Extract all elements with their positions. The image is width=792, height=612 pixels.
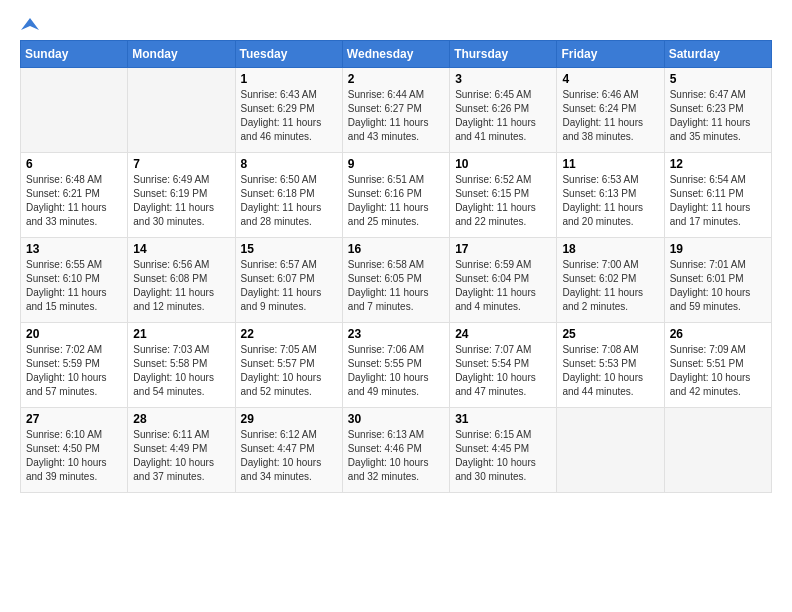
day-number: 12 <box>670 157 766 171</box>
header-sunday: Sunday <box>21 41 128 68</box>
day-number: 1 <box>241 72 337 86</box>
day-info: Sunrise: 6:53 AMSunset: 6:13 PMDaylight:… <box>562 173 658 229</box>
day-number: 7 <box>133 157 229 171</box>
day-info: Sunrise: 6:52 AMSunset: 6:15 PMDaylight:… <box>455 173 551 229</box>
day-number: 26 <box>670 327 766 341</box>
logo-bird-icon <box>21 16 39 34</box>
page-header <box>20 20 772 30</box>
day-info: Sunrise: 6:55 AMSunset: 6:10 PMDaylight:… <box>26 258 122 314</box>
day-info: Sunrise: 6:47 AMSunset: 6:23 PMDaylight:… <box>670 88 766 144</box>
day-info: Sunrise: 6:44 AMSunset: 6:27 PMDaylight:… <box>348 88 444 144</box>
day-number: 17 <box>455 242 551 256</box>
calendar-cell: 22Sunrise: 7:05 AMSunset: 5:57 PMDayligh… <box>235 323 342 408</box>
calendar-week-row: 6Sunrise: 6:48 AMSunset: 6:21 PMDaylight… <box>21 153 772 238</box>
day-number: 3 <box>455 72 551 86</box>
header-saturday: Saturday <box>664 41 771 68</box>
header-tuesday: Tuesday <box>235 41 342 68</box>
day-number: 21 <box>133 327 229 341</box>
calendar-cell: 15Sunrise: 6:57 AMSunset: 6:07 PMDayligh… <box>235 238 342 323</box>
day-number: 2 <box>348 72 444 86</box>
day-number: 28 <box>133 412 229 426</box>
day-number: 19 <box>670 242 766 256</box>
day-number: 11 <box>562 157 658 171</box>
header-wednesday: Wednesday <box>342 41 449 68</box>
day-info: Sunrise: 6:15 AMSunset: 4:45 PMDaylight:… <box>455 428 551 484</box>
day-number: 23 <box>348 327 444 341</box>
day-number: 14 <box>133 242 229 256</box>
calendar-cell: 20Sunrise: 7:02 AMSunset: 5:59 PMDayligh… <box>21 323 128 408</box>
calendar-cell: 14Sunrise: 6:56 AMSunset: 6:08 PMDayligh… <box>128 238 235 323</box>
day-number: 10 <box>455 157 551 171</box>
day-info: Sunrise: 6:10 AMSunset: 4:50 PMDaylight:… <box>26 428 122 484</box>
calendar-cell: 7Sunrise: 6:49 AMSunset: 6:19 PMDaylight… <box>128 153 235 238</box>
day-number: 29 <box>241 412 337 426</box>
day-info: Sunrise: 7:06 AMSunset: 5:55 PMDaylight:… <box>348 343 444 399</box>
day-info: Sunrise: 6:11 AMSunset: 4:49 PMDaylight:… <box>133 428 229 484</box>
day-number: 6 <box>26 157 122 171</box>
day-number: 20 <box>26 327 122 341</box>
day-number: 18 <box>562 242 658 256</box>
calendar-table: SundayMondayTuesdayWednesdayThursdayFrid… <box>20 40 772 493</box>
day-info: Sunrise: 7:05 AMSunset: 5:57 PMDaylight:… <box>241 343 337 399</box>
day-info: Sunrise: 6:58 AMSunset: 6:05 PMDaylight:… <box>348 258 444 314</box>
day-info: Sunrise: 6:59 AMSunset: 6:04 PMDaylight:… <box>455 258 551 314</box>
calendar-cell: 11Sunrise: 6:53 AMSunset: 6:13 PMDayligh… <box>557 153 664 238</box>
day-number: 9 <box>348 157 444 171</box>
calendar-cell: 4Sunrise: 6:46 AMSunset: 6:24 PMDaylight… <box>557 68 664 153</box>
day-info: Sunrise: 7:03 AMSunset: 5:58 PMDaylight:… <box>133 343 229 399</box>
calendar-header-row: SundayMondayTuesdayWednesdayThursdayFrid… <box>21 41 772 68</box>
calendar-cell: 21Sunrise: 7:03 AMSunset: 5:58 PMDayligh… <box>128 323 235 408</box>
day-number: 24 <box>455 327 551 341</box>
calendar-cell: 1Sunrise: 6:43 AMSunset: 6:29 PMDaylight… <box>235 68 342 153</box>
calendar-cell: 27Sunrise: 6:10 AMSunset: 4:50 PMDayligh… <box>21 408 128 493</box>
calendar-cell: 3Sunrise: 6:45 AMSunset: 6:26 PMDaylight… <box>450 68 557 153</box>
logo <box>20 20 39 30</box>
day-info: Sunrise: 7:02 AMSunset: 5:59 PMDaylight:… <box>26 343 122 399</box>
calendar-cell: 28Sunrise: 6:11 AMSunset: 4:49 PMDayligh… <box>128 408 235 493</box>
day-info: Sunrise: 7:01 AMSunset: 6:01 PMDaylight:… <box>670 258 766 314</box>
header-thursday: Thursday <box>450 41 557 68</box>
svg-marker-0 <box>21 18 39 30</box>
day-info: Sunrise: 6:50 AMSunset: 6:18 PMDaylight:… <box>241 173 337 229</box>
calendar-cell: 31Sunrise: 6:15 AMSunset: 4:45 PMDayligh… <box>450 408 557 493</box>
day-number: 25 <box>562 327 658 341</box>
calendar-week-row: 13Sunrise: 6:55 AMSunset: 6:10 PMDayligh… <box>21 238 772 323</box>
day-info: Sunrise: 6:12 AMSunset: 4:47 PMDaylight:… <box>241 428 337 484</box>
day-number: 16 <box>348 242 444 256</box>
day-info: Sunrise: 6:51 AMSunset: 6:16 PMDaylight:… <box>348 173 444 229</box>
day-info: Sunrise: 7:09 AMSunset: 5:51 PMDaylight:… <box>670 343 766 399</box>
header-friday: Friday <box>557 41 664 68</box>
day-info: Sunrise: 6:48 AMSunset: 6:21 PMDaylight:… <box>26 173 122 229</box>
day-number: 4 <box>562 72 658 86</box>
day-info: Sunrise: 6:57 AMSunset: 6:07 PMDaylight:… <box>241 258 337 314</box>
calendar-cell: 9Sunrise: 6:51 AMSunset: 6:16 PMDaylight… <box>342 153 449 238</box>
day-info: Sunrise: 6:13 AMSunset: 4:46 PMDaylight:… <box>348 428 444 484</box>
calendar-cell: 18Sunrise: 7:00 AMSunset: 6:02 PMDayligh… <box>557 238 664 323</box>
calendar-cell: 12Sunrise: 6:54 AMSunset: 6:11 PMDayligh… <box>664 153 771 238</box>
day-number: 13 <box>26 242 122 256</box>
day-info: Sunrise: 6:46 AMSunset: 6:24 PMDaylight:… <box>562 88 658 144</box>
header-monday: Monday <box>128 41 235 68</box>
calendar-cell: 24Sunrise: 7:07 AMSunset: 5:54 PMDayligh… <box>450 323 557 408</box>
calendar-cell: 13Sunrise: 6:55 AMSunset: 6:10 PMDayligh… <box>21 238 128 323</box>
day-info: Sunrise: 7:08 AMSunset: 5:53 PMDaylight:… <box>562 343 658 399</box>
calendar-cell: 26Sunrise: 7:09 AMSunset: 5:51 PMDayligh… <box>664 323 771 408</box>
calendar-cell: 23Sunrise: 7:06 AMSunset: 5:55 PMDayligh… <box>342 323 449 408</box>
day-number: 5 <box>670 72 766 86</box>
calendar-cell: 30Sunrise: 6:13 AMSunset: 4:46 PMDayligh… <box>342 408 449 493</box>
calendar-week-row: 20Sunrise: 7:02 AMSunset: 5:59 PMDayligh… <box>21 323 772 408</box>
calendar-cell: 25Sunrise: 7:08 AMSunset: 5:53 PMDayligh… <box>557 323 664 408</box>
day-number: 8 <box>241 157 337 171</box>
day-info: Sunrise: 6:56 AMSunset: 6:08 PMDaylight:… <box>133 258 229 314</box>
calendar-cell: 17Sunrise: 6:59 AMSunset: 6:04 PMDayligh… <box>450 238 557 323</box>
calendar-cell <box>128 68 235 153</box>
calendar-week-row: 1Sunrise: 6:43 AMSunset: 6:29 PMDaylight… <box>21 68 772 153</box>
day-info: Sunrise: 6:54 AMSunset: 6:11 PMDaylight:… <box>670 173 766 229</box>
calendar-cell: 10Sunrise: 6:52 AMSunset: 6:15 PMDayligh… <box>450 153 557 238</box>
calendar-cell: 29Sunrise: 6:12 AMSunset: 4:47 PMDayligh… <box>235 408 342 493</box>
calendar-cell: 2Sunrise: 6:44 AMSunset: 6:27 PMDaylight… <box>342 68 449 153</box>
calendar-cell: 16Sunrise: 6:58 AMSunset: 6:05 PMDayligh… <box>342 238 449 323</box>
day-info: Sunrise: 7:00 AMSunset: 6:02 PMDaylight:… <box>562 258 658 314</box>
calendar-cell: 19Sunrise: 7:01 AMSunset: 6:01 PMDayligh… <box>664 238 771 323</box>
day-number: 30 <box>348 412 444 426</box>
